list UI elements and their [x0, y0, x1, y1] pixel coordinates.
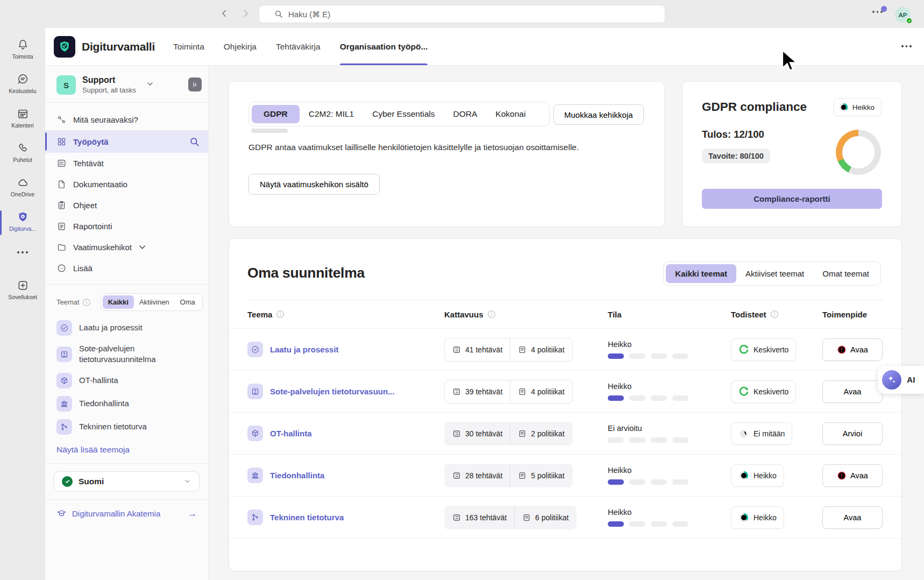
- notification-dot: [881, 6, 887, 12]
- search-icon[interactable]: [189, 137, 200, 147]
- theme-link[interactable]: Tiedonhallinta: [270, 471, 324, 480]
- tab-ohjekirja[interactable]: Ohjekirja: [224, 28, 257, 65]
- filter-aktiivinen[interactable]: Aktiivinen: [134, 295, 175, 309]
- rail-item-onedrive[interactable]: OneDrive: [0, 173, 45, 207]
- rail-item-calendar[interactable]: Kalenteri: [0, 104, 45, 138]
- sidebar-theme-ot[interactable]: OT-hallinta: [45, 369, 208, 392]
- themes-label: Teemat: [56, 298, 91, 307]
- policies-icon: [518, 471, 527, 480]
- sidebar-theme-laatu[interactable]: Laatu ja prosessit: [45, 316, 208, 339]
- info-icon[interactable]: [770, 310, 779, 319]
- theme-link[interactable]: Sote-palvelujen tietoturvasuun...: [270, 387, 395, 396]
- topbar-more-button[interactable]: [872, 11, 883, 13]
- show-framework-content-button[interactable]: Näytä vaatimuskehikon sisältö: [248, 174, 380, 195]
- plan-tab-omat[interactable]: Omat teemat: [813, 264, 878, 283]
- framework-tab-cyber-essentials[interactable]: Cyber Essentials: [363, 105, 444, 123]
- rail-item-chat[interactable]: Keskustelu: [0, 69, 45, 104]
- sidebar-item-whats-next[interactable]: Mitä seuraavaksi?: [45, 109, 208, 130]
- framework-tab-gdpr[interactable]: GDPR: [252, 105, 300, 123]
- progress-bar: [608, 353, 731, 359]
- tab-tehtavakirja[interactable]: Tehtäväkirja: [276, 28, 321, 65]
- evidence-pill[interactable]: Keskiverto: [731, 380, 796, 403]
- evidence-pill[interactable]: Ei mitään: [731, 422, 792, 445]
- sidebar-item-tehtavat[interactable]: Tehtävät: [45, 153, 208, 174]
- theme-link[interactable]: Laatu ja prosessit: [270, 345, 339, 354]
- teams-window: AP Toiminta Keskustelu Kalenteri Puhelut…: [0, 0, 924, 580]
- forward-icon[interactable]: [241, 9, 251, 18]
- coverage-pill[interactable]: 163 tehtävät 6 politiikat: [444, 506, 577, 529]
- ai-assistant-button[interactable]: AI: [878, 366, 924, 394]
- framework-tab-c2m2[interactable]: C2M2: MIL1: [300, 105, 363, 123]
- theme-link[interactable]: Tekninen tietoturva: [270, 513, 344, 522]
- open-button[interactable]: Avaa: [822, 464, 883, 487]
- info-icon[interactable]: [276, 310, 285, 319]
- tab-toiminta[interactable]: Toiminta: [173, 28, 204, 65]
- info-icon[interactable]: [82, 298, 91, 307]
- plan-tab-kaikki[interactable]: Kaikki teemat: [666, 264, 736, 283]
- framework-card: GDPR C2M2: MIL1 Cyber Essentials DORA Ko…: [229, 81, 665, 227]
- checklist-icon: [56, 158, 67, 168]
- chevron-down-icon: [146, 80, 154, 88]
- rail-more-button[interactable]: [0, 242, 45, 263]
- open-button[interactable]: Avaa: [822, 338, 883, 361]
- evidence-pill[interactable]: Keskiverto: [731, 338, 796, 361]
- collapse-sidebar-button[interactable]: [188, 77, 202, 91]
- open-button[interactable]: Avaa: [822, 506, 883, 529]
- tasks-icon: [452, 513, 461, 522]
- table-row: Laatu ja prosessit 41 tehtävät 4 politii…: [229, 328, 901, 370]
- filter-kaikki[interactable]: Kaikki: [103, 295, 134, 309]
- tasks-icon: [452, 429, 461, 438]
- back-icon[interactable]: [219, 9, 229, 18]
- table-row: OT-hallinta 30 tehtävät 2 politiikat Ei …: [229, 412, 901, 454]
- edit-frameworks-button[interactable]: Muokkaa kehikkoja: [553, 104, 644, 125]
- sidebar-item-tyopoyta[interactable]: Työpöytä: [45, 130, 208, 153]
- chevron-down-icon: [183, 477, 191, 485]
- evidence-pill[interactable]: Heikko: [731, 506, 784, 529]
- tab-organisaation-tyopoyta[interactable]: Organisaation työpö...: [340, 28, 428, 65]
- search-input[interactable]: [288, 10, 450, 19]
- sidebar-item-raportointi[interactable]: Raportointi: [45, 216, 208, 237]
- sidebar-item-vaatimuskehikot[interactable]: Vaatimuskehikot: [45, 237, 208, 258]
- rail-item-calls[interactable]: Puhelut: [0, 138, 45, 173]
- presence-available-icon: [906, 17, 913, 24]
- info-icon[interactable]: [487, 310, 496, 319]
- framework-tab-dora[interactable]: DORA: [444, 105, 487, 123]
- open-button[interactable]: Avaa: [822, 380, 883, 403]
- evidence-pill[interactable]: Heikko: [731, 464, 784, 487]
- sidebar-item-dokumentaatio[interactable]: Dokumentaatio: [45, 174, 208, 195]
- coverage-pill[interactable]: 30 tehtävät 2 politiikat: [444, 422, 573, 445]
- compliance-report-button[interactable]: Compliance-raportti: [702, 189, 882, 209]
- theme-filter-segment: Kaikki Aktiivinen Oma: [101, 293, 203, 311]
- tabs-scrollbar[interactable]: [251, 129, 288, 133]
- language-selector[interactable]: Suomi: [54, 471, 200, 492]
- show-more-themes-link[interactable]: Näytä lisää teemoja: [45, 438, 208, 463]
- academy-link[interactable]: Digiturvamallin Akatemia →: [45, 500, 208, 528]
- sidebar-item-lisaa[interactable]: Lisää: [45, 258, 208, 279]
- filter-oma[interactable]: Oma: [175, 295, 201, 309]
- table-row: Tiedonhallinta 28 tehtävät 5 politiikat …: [229, 454, 901, 496]
- rail-item-digiturva[interactable]: Digiturva...: [0, 207, 45, 242]
- framework-tabs: GDPR C2M2: MIL1 Cyber Essentials DORA Ko…: [248, 102, 550, 126]
- sidebar-theme-tekninen[interactable]: Tekninen tietoturva: [45, 415, 208, 438]
- policies-icon: [518, 429, 527, 438]
- shield-icon: [17, 211, 29, 223]
- rail-item-apps[interactable]: Sovellukset: [0, 275, 45, 310]
- coverage-pill[interactable]: 41 tehtävät 4 politiikat: [444, 338, 573, 362]
- coverage-pill[interactable]: 39 tehtävät 4 politiikat: [444, 380, 573, 404]
- framework-tab-kokonaisuus[interactable]: Kokonai: [486, 105, 535, 123]
- app-more-button[interactable]: [901, 45, 912, 47]
- sidebar-theme-tiedonhallinta[interactable]: Tiedonhallinta: [45, 392, 208, 415]
- file-icon: [56, 179, 67, 189]
- sidebar-theme-sote[interactable]: Sote-palvelujen tietoturvasuunnitelma: [45, 339, 208, 369]
- assess-button[interactable]: Arvioi: [822, 422, 883, 445]
- org-switcher[interactable]: S Support Support, all tasks: [45, 66, 208, 102]
- theme-link[interactable]: OT-hallinta: [270, 429, 312, 438]
- coverage-pill[interactable]: 28 tehtävät 5 politiikat: [444, 464, 573, 487]
- clipboard-icon: [56, 200, 67, 210]
- cloud-icon: [17, 176, 29, 189]
- plan-tab-aktiiviset[interactable]: Aktiiviset teemat: [736, 264, 813, 283]
- empty-circle-icon: [738, 428, 749, 439]
- sidebar-item-ohjeet[interactable]: Ohjeet: [45, 195, 208, 216]
- teams-search[interactable]: [259, 5, 665, 23]
- rail-item-activity[interactable]: Toiminta: [0, 35, 45, 69]
